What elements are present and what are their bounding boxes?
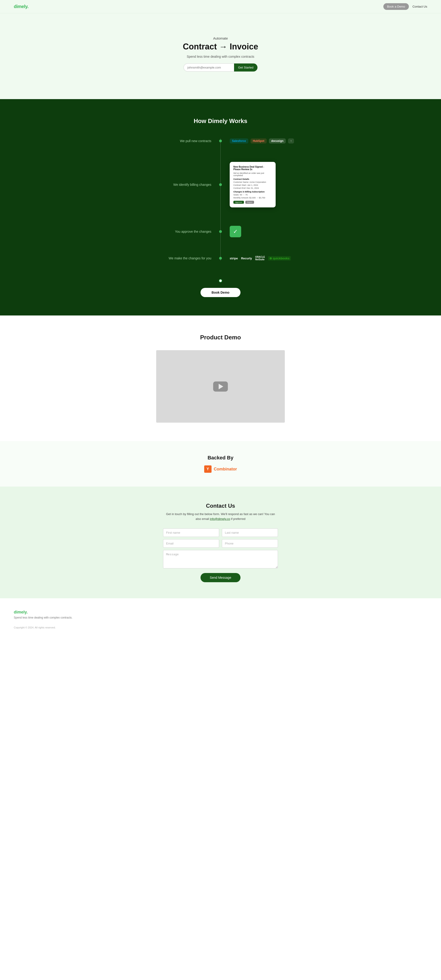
- doc-title: New Business Deal Signed - Please Review…: [233, 165, 272, 170]
- step-3-label: You approve the changes: [140, 229, 220, 234]
- netsuite-logo: ORACLENetSuite: [255, 256, 265, 261]
- first-name-input[interactable]: [163, 528, 219, 537]
- hero-section: Automate Contract → Invoice Spend less t…: [0, 13, 441, 99]
- nav-contact-us-button[interactable]: Contact Us: [412, 5, 427, 8]
- yc-name: Combinator: [214, 467, 237, 472]
- billing-logos: stripe Recurly ORACLENetSuite ⊛ quickboo…: [230, 256, 301, 261]
- contact-form: Send Message: [163, 528, 278, 582]
- name-row: [163, 528, 278, 537]
- doc-contract-details: Contract Details: [233, 178, 272, 180]
- step-2-label: We identify billing changes: [140, 183, 220, 187]
- contact-email-input[interactable]: [163, 539, 219, 548]
- yc-letter: Y: [206, 467, 209, 471]
- footer-copyright: Copyright © 2024. All rights reserved.: [14, 626, 427, 629]
- hero-form: Get Started: [5, 64, 436, 72]
- backed-by-section: Backed By Y Combinator: [0, 441, 441, 487]
- footer-logo: dimely.: [14, 610, 427, 615]
- footer-tagline: Spend less time dealing with complex con…: [14, 616, 427, 619]
- salesforce-logo: Salesforce: [230, 138, 248, 143]
- video-container[interactable]: [156, 350, 285, 423]
- timeline-end-dot: [219, 279, 222, 282]
- how-it-works-book-demo-button[interactable]: Book Demo: [200, 288, 241, 297]
- recurly-logo: Recurly: [241, 257, 252, 260]
- step-1: We pull new contracts Salesforce HubSpot…: [140, 138, 301, 143]
- step-1-content: Salesforce HubSpot docusign ↑: [220, 138, 301, 143]
- step-4-text: We make the changes for you: [168, 256, 211, 260]
- step-2: We identify billing changes New Business…: [140, 162, 301, 207]
- hero-email-input[interactable]: [184, 64, 234, 72]
- message-textarea[interactable]: [163, 550, 278, 568]
- quickbooks-logo: ⊛ quickbooks: [268, 256, 291, 261]
- send-message-button[interactable]: Send Message: [200, 573, 240, 582]
- step-1-logos: Salesforce HubSpot docusign ↑: [230, 138, 301, 143]
- doc-buttons: Approve Reject: [233, 201, 272, 204]
- upload-logo: ↑: [288, 138, 294, 143]
- hero-description: Spend less time dealing with complex con…: [5, 55, 436, 59]
- contact-us-section: Contact Us Get in touch by filling out t…: [0, 487, 441, 598]
- how-it-works-title: How Dimely Works: [0, 118, 441, 125]
- step-3-content: ✓: [220, 226, 301, 237]
- ycombinator-badge: Y Combinator: [5, 465, 436, 473]
- doc-approve-btn: Approve: [233, 201, 244, 204]
- contact-email-link[interactable]: info@dimely.co: [210, 517, 230, 520]
- submit-row: Send Message: [163, 573, 278, 582]
- phone-input[interactable]: [222, 539, 278, 548]
- nav-actions: Book a Demo Contact Us: [383, 3, 427, 10]
- product-demo-title: Product Demo: [5, 334, 436, 341]
- step-2-content: New Business Deal Signed - Please Review…: [220, 162, 301, 207]
- steps-container: We pull new contracts Salesforce HubSpot…: [140, 138, 301, 261]
- step-4-label: We make the changes for you: [140, 256, 220, 260]
- step-1-text: We pull new contracts: [180, 139, 211, 143]
- hero-get-started-button[interactable]: Get Started: [234, 64, 257, 72]
- hero-line1: Automate: [5, 36, 436, 40]
- step-1-label: We pull new contracts: [140, 139, 220, 143]
- step-3-text: You approve the changes: [175, 230, 211, 233]
- document-mock: New Business Deal Signed - Please Review…: [230, 162, 276, 207]
- contact-us-title: Contact Us: [163, 503, 278, 509]
- step-4: We make the changes for you stripe Recur…: [140, 256, 301, 261]
- doc-subtitle: We've identified an order was just compl…: [233, 172, 272, 177]
- nav-logo: dimely.: [14, 4, 29, 9]
- backed-by-title: Backed By: [5, 455, 436, 461]
- contact-form-container: Contact Us Get in touch by filling out t…: [163, 503, 278, 582]
- docusign-logo: docusign: [269, 138, 286, 143]
- yc-logo-icon: Y: [204, 465, 211, 473]
- how-it-works-section: How Dimely Works We pull new contracts S…: [0, 99, 441, 315]
- navbar: dimely. Book a Demo Contact Us: [0, 0, 441, 13]
- doc-reject-btn: Reject: [245, 201, 254, 204]
- step-2-text: We identify billing changes: [173, 183, 211, 186]
- step-3: You approve the changes ✓: [140, 226, 301, 237]
- hubspot-logo: HubSpot: [251, 138, 267, 143]
- nav-book-demo-button[interactable]: Book a Demo: [383, 3, 409, 10]
- doc-billing-section: Changes in Billing Subscription: [233, 191, 272, 193]
- product-demo-section: Product Demo: [0, 315, 441, 441]
- footer: dimely. Spend less time dealing with com…: [0, 598, 441, 636]
- play-button[interactable]: [213, 382, 228, 391]
- contact-us-description: Get in touch by filling out the below fo…: [163, 512, 278, 522]
- approve-icon: ✓: [230, 226, 241, 237]
- last-name-input[interactable]: [222, 528, 278, 537]
- stripe-logo: stripe: [230, 257, 238, 260]
- email-phone-row: [163, 539, 278, 548]
- step-4-content: stripe Recurly ORACLENetSuite ⊛ quickboo…: [220, 256, 301, 261]
- hero-heading: Contract → Invoice: [5, 41, 436, 51]
